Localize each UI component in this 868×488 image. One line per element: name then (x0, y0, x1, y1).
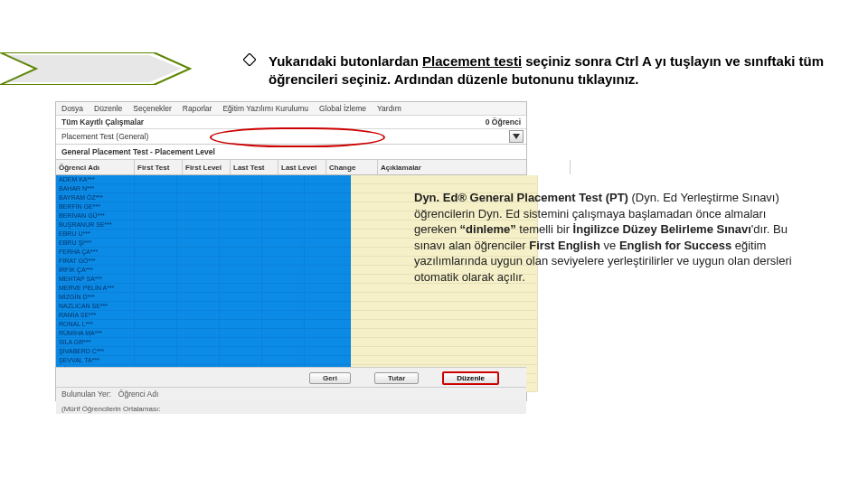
status-left: Bulunulan Yer: (61, 389, 111, 399)
cell (305, 248, 351, 257)
cell (135, 175, 177, 184)
cell (177, 221, 220, 230)
cell (351, 347, 538, 356)
decorative-trapezoid (0, 52, 199, 85)
status-right: Öğrenci Adı (118, 389, 158, 399)
tutar-button[interactable]: Tutar (374, 372, 419, 384)
cell (351, 175, 538, 184)
cell (351, 284, 538, 293)
cell (177, 257, 220, 266)
menu-item[interactable]: Eğitim Yazılımı Kurulumu (222, 104, 308, 113)
cell (135, 202, 177, 211)
cell (305, 320, 351, 329)
menu-item[interactable]: Raporlar (183, 104, 212, 113)
cell (305, 293, 351, 302)
cell: MEHTAP SA*** (56, 275, 135, 284)
button-bar: Geri Tutar Düzenle (56, 367, 526, 388)
duzenle-button[interactable]: Düzenle (442, 371, 499, 385)
chevron-down-icon[interactable] (509, 130, 524, 143)
cell (177, 329, 220, 338)
cell (177, 338, 220, 347)
column-header[interactable]: Last Level (278, 160, 326, 174)
column-header[interactable]: Change (326, 160, 378, 174)
column-header[interactable]: Öğrenci Adı (56, 160, 135, 174)
cell (220, 356, 262, 365)
table-row[interactable]: MİZGİN D*** (56, 293, 526, 302)
cell: BERFİN GE*** (56, 202, 135, 211)
dropdown-label: Placement Test (General) (61, 132, 148, 141)
bullet-underlined: Placement testi (422, 53, 522, 69)
cell (177, 184, 220, 193)
cell (135, 320, 177, 329)
menu-item[interactable]: Global İzleme (319, 104, 366, 113)
cell (305, 221, 351, 230)
exp-b5: English for Success (619, 239, 731, 252)
cell (305, 202, 351, 211)
cell (305, 257, 351, 266)
cell (262, 193, 305, 202)
column-header[interactable]: First Test (135, 160, 183, 174)
placement-dropdown[interactable]: Placement Test (General) (56, 129, 526, 145)
cell (135, 356, 177, 365)
cell (177, 302, 220, 311)
cell (135, 302, 177, 311)
cell (262, 248, 305, 257)
cell (135, 230, 177, 239)
svg-marker-1 (5, 55, 182, 82)
bullet-pre: Yukarıdaki butonlardan (269, 53, 422, 69)
menu-item[interactable]: Düzenle (94, 104, 122, 113)
cell (135, 293, 177, 302)
cell (135, 311, 177, 320)
avg-row-2: (Mürif Öğrencilerin Ortalaması: (56, 403, 526, 414)
table-row[interactable]: ŞEVVAL TA*** (56, 356, 526, 365)
cell (262, 257, 305, 266)
cell (220, 347, 262, 356)
cell: BERİVAN GÜ*** (56, 211, 135, 221)
table-row[interactable]: SILA GR*** (56, 338, 526, 347)
cell (262, 311, 305, 320)
cell (177, 356, 220, 365)
cell (177, 230, 220, 239)
cell (220, 257, 262, 266)
cell (135, 248, 177, 257)
column-header[interactable]: Last Test (231, 160, 278, 174)
cell (220, 329, 262, 338)
table-row[interactable]: RAMİA SE*** (56, 311, 526, 320)
cell (262, 239, 305, 248)
exp-t2: temelli bir (516, 222, 573, 236)
cell (220, 184, 262, 193)
cell (305, 338, 351, 347)
exp-b1: Dyn. Ed® General Placement Test (PT) (414, 191, 628, 204)
menu-item[interactable]: Dosya (61, 104, 83, 113)
column-header[interactable]: First Level (183, 160, 231, 174)
table-row[interactable]: ADEM KA*** (56, 175, 526, 184)
table-header: Öğrenci AdıFirst TestFirst LevelLast Tes… (56, 160, 526, 175)
cell (135, 338, 177, 347)
subtitle: General Placement Test - Placement Level (56, 145, 526, 160)
cell (135, 221, 177, 230)
menu-item[interactable]: Yardım (377, 104, 401, 113)
geri-button[interactable]: Geri (309, 372, 351, 384)
cell (220, 275, 262, 284)
cell (351, 329, 538, 338)
cell (262, 211, 305, 221)
column-header[interactable]: Açıklamalar (378, 160, 571, 174)
cell (305, 239, 351, 248)
cell (262, 293, 305, 302)
menu-item[interactable]: Seçenekler (133, 104, 172, 113)
cell (177, 193, 220, 202)
table-row[interactable]: NAZLICAN SE*** (56, 302, 526, 311)
table-row[interactable]: ŞİVABERD C*** (56, 347, 526, 356)
cell (220, 230, 262, 239)
title-right: 0 Öğrenci (486, 117, 521, 127)
table-row[interactable]: RONAL L*** (56, 320, 526, 329)
table-row[interactable]: MERVE PELİN A*** (56, 284, 526, 293)
table-row[interactable]: RÜMİHA MA*** (56, 329, 526, 338)
cell: FERHA ÇA*** (56, 248, 135, 257)
cell (262, 175, 305, 184)
cell (135, 275, 177, 284)
cell (305, 284, 351, 293)
cell: BUŞRANUR SE*** (56, 221, 135, 230)
cell: EBRU Şİ*** (56, 239, 135, 248)
cell (220, 175, 262, 184)
